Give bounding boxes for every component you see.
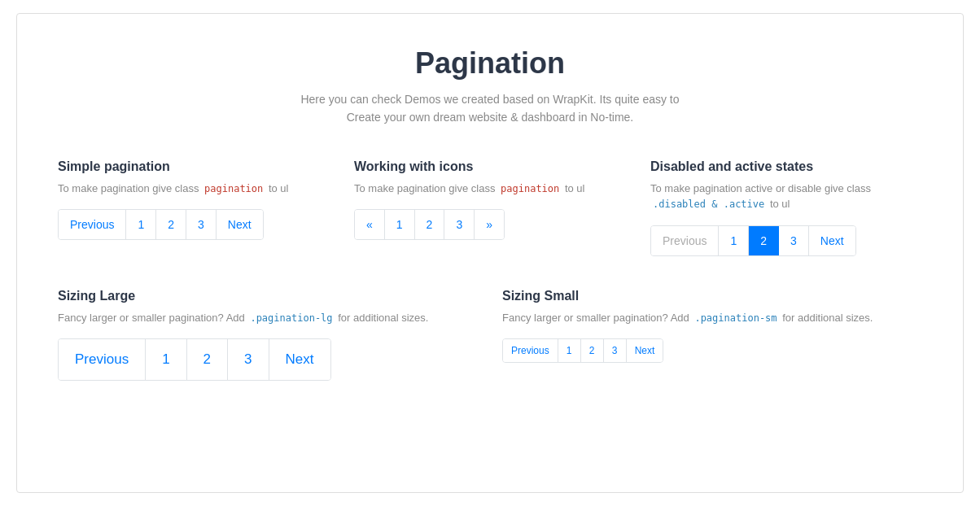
next-button[interactable]: Next [809, 226, 855, 255]
page-1-button[interactable]: 1 [719, 226, 749, 255]
large-pagination-section: Sizing Large Fancy larger or smaller pag… [58, 289, 478, 382]
pagination-item: 1 [385, 210, 415, 239]
prev-button-disabled: Previous [651, 226, 719, 255]
pagination-item: Previous [59, 339, 146, 380]
pagination-item: 3 [779, 226, 809, 255]
icons-pagination: « 1 2 3 » [354, 209, 505, 240]
bottom-sections: Sizing Large Fancy larger or smaller pag… [58, 289, 922, 382]
page-title: Pagination [58, 46, 922, 81]
page-3-button[interactable]: 3 [444, 210, 475, 239]
pagination-item: Next [269, 339, 330, 380]
pagination-item: » [475, 210, 504, 239]
simple-pagination-section: Simple pagination To make pagination giv… [58, 159, 330, 256]
small-desc: Fancy larger or smaller pagination? Add … [502, 310, 922, 326]
simple-code: pagination [202, 182, 265, 195]
page-1-button[interactable]: 1 [385, 210, 415, 239]
pagination-item: 2 [415, 210, 445, 239]
top-sections: Simple pagination To make pagination giv… [58, 159, 922, 256]
large-desc: Fancy larger or smaller pagination? Add … [58, 310, 478, 326]
states-pagination: Previous 1 2 3 Next [650, 225, 856, 256]
states-title: Disabled and active states [650, 159, 922, 174]
icons-desc: To make pagination give class pagination… [354, 181, 626, 197]
prev-button[interactable]: Previous [59, 210, 126, 239]
page-3-button-sm[interactable]: 3 [604, 339, 627, 362]
pagination-item: 3 [444, 210, 475, 239]
page-3-button[interactable]: 3 [186, 210, 217, 239]
large-code: .pagination-lg [247, 312, 335, 325]
prev-icon-button[interactable]: « [355, 210, 385, 239]
pagination-item: 2 [156, 210, 186, 239]
pagination-item-active: 2 [749, 226, 779, 255]
pagination-item: 1 [558, 339, 581, 362]
page-2-button-sm[interactable]: 2 [581, 339, 604, 362]
pagination-item: Previous [503, 339, 558, 362]
pagination-item: 1 [719, 226, 749, 255]
large-pagination: Previous 1 2 3 Next [58, 338, 331, 381]
page-2-button[interactable]: 2 [156, 210, 186, 239]
pagination-item: Next [627, 339, 663, 362]
simple-title: Simple pagination [58, 159, 330, 174]
pagination-item: 3 [604, 339, 627, 362]
pagination-item: Next [217, 210, 263, 239]
pagination-item: « [355, 210, 385, 239]
small-pagination-section: Sizing Small Fancy larger or smaller pag… [502, 289, 922, 382]
simple-desc: To make pagination give class pagination… [58, 181, 330, 197]
pagination-item: 2 [581, 339, 604, 362]
page-container: Pagination Here you can check Demos we c… [16, 13, 964, 493]
page-3-button-lg[interactable]: 3 [228, 339, 269, 380]
pagination-item: 3 [186, 210, 217, 239]
page-2-button[interactable]: 2 [415, 210, 445, 239]
icons-title: Working with icons [354, 159, 626, 174]
page-subtitle: Here you can check Demos we created base… [58, 90, 922, 127]
page-header: Pagination Here you can check Demos we c… [58, 46, 922, 127]
small-code: .pagination-sm [692, 312, 779, 325]
pagination-item: 2 [187, 339, 228, 380]
page-2-active: 2 [749, 226, 779, 255]
page-3-button[interactable]: 3 [779, 226, 809, 255]
small-title: Sizing Small [502, 289, 922, 303]
next-button[interactable]: Next [217, 210, 263, 239]
page-1-button-lg[interactable]: 1 [146, 339, 186, 380]
prev-button-sm[interactable]: Previous [503, 339, 558, 362]
icons-code: pagination [498, 182, 562, 195]
prev-button-lg[interactable]: Previous [59, 339, 146, 380]
states-pagination-section: Disabled and active states To make pagin… [650, 159, 922, 256]
small-pagination: Previous 1 2 3 Next [502, 338, 663, 363]
next-button-sm[interactable]: Next [627, 339, 663, 362]
page-2-button-lg[interactable]: 2 [187, 339, 228, 380]
simple-pagination: Previous 1 2 3 Next [58, 209, 264, 240]
pagination-item-disabled: Previous [651, 226, 719, 255]
pagination-item: 1 [146, 339, 186, 380]
icons-pagination-section: Working with icons To make pagination gi… [354, 159, 626, 256]
page-1-button[interactable]: 1 [126, 210, 156, 239]
next-icon-button[interactable]: » [475, 210, 504, 239]
pagination-item: 3 [228, 339, 269, 380]
pagination-item: Previous [59, 210, 126, 239]
states-desc: To make pagination active or disable giv… [650, 181, 922, 212]
pagination-item: Next [809, 226, 855, 255]
pagination-item: 1 [126, 210, 156, 239]
large-title: Sizing Large [58, 289, 478, 303]
states-code: .disabled & .active [650, 198, 767, 211]
page-1-button-sm[interactable]: 1 [558, 339, 581, 362]
next-button-lg[interactable]: Next [269, 339, 330, 380]
